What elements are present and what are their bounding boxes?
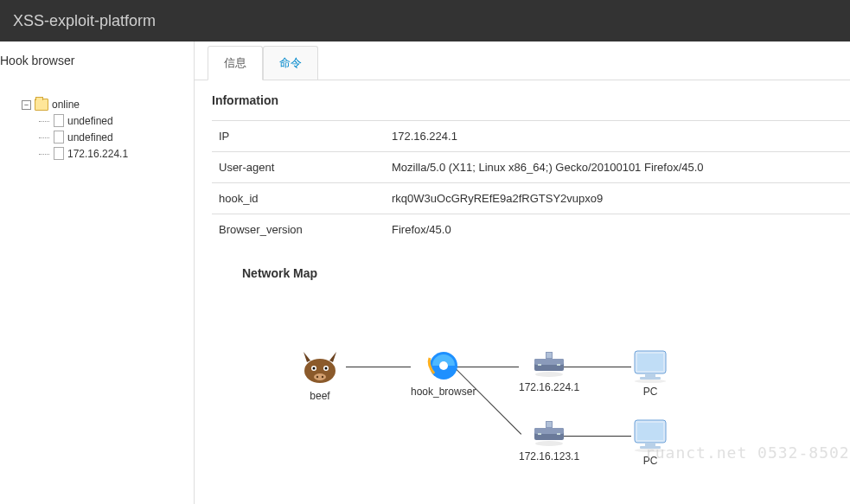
node-hook-browser[interactable]: hook_browser — [411, 348, 476, 398]
tree-item-undefined-2[interactable]: undefined — [39, 129, 194, 145]
node-switch-1[interactable]: 172.16.224.1 — [519, 352, 579, 393]
table-row: IP 172.16.224.1 — [212, 121, 850, 152]
node-beef-label: beef — [310, 390, 329, 402]
beef-icon — [298, 345, 342, 388]
file-icon — [54, 147, 64, 160]
svg-rect-18 — [637, 354, 663, 371]
info-value-hookid: rkq0W3uOcGRyREfE9a2fRGTSY2vupxo9 — [385, 183, 850, 214]
node-switch-1-label: 172.16.224.1 — [519, 381, 579, 393]
tree-root-online[interactable]: − online — [22, 97, 194, 112]
folder-icon — [35, 99, 48, 111]
info-value-ua: Mozilla/5.0 (X11; Linux x86_64;) Gecko/2… — [385, 152, 850, 183]
table-row: Browser_version Firefox/45.0 — [212, 214, 850, 246]
svg-point-21 — [635, 380, 666, 383]
svg-point-4 — [325, 367, 328, 370]
svg-rect-25 — [546, 422, 552, 427]
tree-item-label: undefined — [67, 131, 113, 144]
svg-rect-15 — [557, 364, 560, 366]
info-key-ip: IP — [212, 121, 385, 152]
svg-point-28 — [535, 441, 563, 446]
info-title: Information — [212, 93, 850, 116]
svg-rect-20 — [640, 377, 661, 380]
tree-item-undefined-1[interactable]: undefined — [39, 112, 194, 129]
watermark-text: ruanct.net 0532-85025005 — [645, 443, 850, 462]
file-icon — [54, 131, 64, 144]
app-header: XSS-exploit-platform — [0, 0, 850, 41]
tab-info-label: 信息 — [224, 56, 246, 69]
tree-item-label: 172.16.224.1 — [67, 148, 128, 160]
content-area: 信息 命令 Information IP 172.16.224.1 User-a… — [195, 41, 850, 504]
tree-children: undefined undefined 172.16.224.1 — [22, 112, 194, 162]
network-switch-icon — [531, 352, 567, 380]
ie-browser-icon — [425, 348, 462, 384]
network-map-title: Network Map — [212, 245, 850, 280]
node-pc-1-label: PC — [643, 386, 658, 398]
info-value-ip: 172.16.224.1 — [385, 121, 850, 152]
svg-rect-13 — [546, 353, 552, 358]
svg-point-6 — [316, 376, 318, 378]
node-switch-2-label: 172.16.123.1 — [519, 450, 579, 463]
tree-item-ip[interactable]: 172.16.224.1 — [39, 145, 194, 162]
tab-bar: 信息 命令 — [195, 46, 850, 80]
tree-view: − online undefined undefined 172.16.224.… — [0, 80, 194, 162]
sidebar: Hook browser − online undefined undefine… — [0, 41, 195, 504]
node-pc-1[interactable]: PC — [631, 349, 669, 398]
svg-point-16 — [535, 372, 563, 377]
info-key-ua: User-agent — [212, 152, 385, 183]
tree-root-label: online — [52, 99, 80, 111]
tree-item-label: undefined — [67, 115, 113, 127]
svg-point-7 — [322, 376, 323, 378]
node-switch-2[interactable]: 172.16.123.1 — [519, 421, 579, 463]
info-key-hookid: hook_id — [212, 183, 385, 214]
table-row: User-agent Mozilla/5.0 (X11; Linux x86_6… — [212, 152, 850, 183]
info-section: Information IP 172.16.224.1 User-agent M… — [195, 80, 850, 504]
node-beef[interactable]: beef — [298, 345, 342, 402]
file-icon — [54, 114, 64, 127]
svg-rect-27 — [557, 433, 560, 435]
info-value-browser: Firefox/45.0 — [385, 214, 850, 246]
network-map: beef hook_browser — [298, 323, 850, 504]
svg-rect-30 — [637, 423, 663, 440]
sidebar-title: Hook browser — [0, 41, 194, 80]
network-switch-icon — [531, 421, 567, 449]
svg-point-9 — [439, 361, 448, 370]
svg-rect-26 — [538, 433, 541, 435]
tab-command-label: 命令 — [279, 56, 302, 69]
info-key-browser: Browser_version — [212, 214, 385, 246]
svg-point-5 — [314, 373, 326, 380]
node-hook-browser-label: hook_browser — [411, 386, 476, 398]
svg-rect-14 — [538, 364, 541, 366]
main-container: Hook browser − online undefined undefine… — [0, 41, 850, 504]
app-title: XSS-exploit-platform — [13, 12, 156, 30]
tab-command[interactable]: 命令 — [263, 46, 318, 80]
info-table: IP 172.16.224.1 User-agent Mozilla/5.0 (… — [212, 120, 850, 245]
collapse-icon[interactable]: − — [22, 100, 31, 110]
pc-monitor-icon — [631, 349, 669, 384]
connection-line — [346, 367, 411, 367]
table-row: hook_id rkq0W3uOcGRyREfE9a2fRGTSY2vupxo9 — [212, 183, 850, 214]
tab-info[interactable]: 信息 — [208, 46, 263, 80]
svg-rect-19 — [645, 373, 655, 377]
svg-point-3 — [313, 367, 316, 370]
